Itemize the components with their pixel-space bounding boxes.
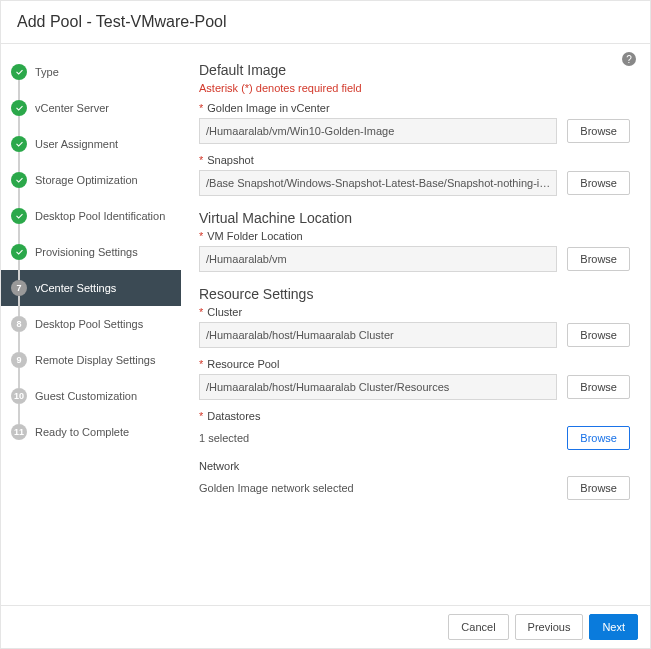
required-field-note: Asterisk (*) denotes required field [199, 82, 630, 94]
wizard-step-storage-optimization[interactable]: Storage Optimization [1, 162, 181, 198]
step-label: Provisioning Settings [35, 246, 138, 258]
step-connector [18, 188, 20, 208]
checkmark-icon [11, 208, 27, 224]
required-asterisk: * [199, 410, 203, 422]
section-title-resource-settings: Resource Settings [199, 286, 630, 302]
step-connector [18, 116, 20, 136]
checkmark-icon [11, 172, 27, 188]
step-label: Desktop Pool Settings [35, 318, 143, 330]
snapshot-browse-button[interactable]: Browse [567, 171, 630, 195]
network-label: Network [199, 460, 630, 472]
step-label: Type [35, 66, 59, 78]
field-resource-pool: *Resource Pool Browse [199, 358, 630, 400]
resource-pool-browse-button[interactable]: Browse [567, 375, 630, 399]
previous-button[interactable]: Previous [515, 614, 584, 640]
step-label: Guest Customization [35, 390, 137, 402]
step-connector [18, 80, 20, 100]
help-icon[interactable]: ? [622, 52, 636, 66]
field-golden-image: *Golden Image in vCenter Browse [199, 102, 630, 144]
dialog-footer: Cancel Previous Next [1, 605, 650, 648]
datastores-label: Datastores [207, 410, 260, 422]
wizard-step-provisioning-settings[interactable]: Provisioning Settings [1, 234, 181, 270]
main-container: TypevCenter ServerUser AssignmentStorage… [1, 44, 650, 601]
vm-folder-label: VM Folder Location [207, 230, 302, 242]
step-number: 10 [11, 388, 27, 404]
field-cluster: *Cluster Browse [199, 306, 630, 348]
step-connector [18, 152, 20, 172]
cluster-input[interactable] [199, 322, 557, 348]
step-label: Remote Display Settings [35, 354, 155, 366]
wizard-step-ready-to-complete[interactable]: 11Ready to Complete [1, 414, 181, 450]
step-number: 7 [11, 280, 27, 296]
checkmark-icon [11, 100, 27, 116]
network-browse-button[interactable]: Browse [567, 476, 630, 500]
wizard-step-guest-customization[interactable]: 10Guest Customization [1, 378, 181, 414]
step-label: Ready to Complete [35, 426, 129, 438]
field-network: Network Golden Image network selected Br… [199, 460, 630, 500]
step-connector [18, 224, 20, 244]
wizard-step-remote-display-settings[interactable]: 9Remote Display Settings [1, 342, 181, 378]
content-panel: ? Default Image Asterisk (*) denotes req… [181, 44, 650, 601]
step-number: 11 [11, 424, 27, 440]
step-label: vCenter Settings [35, 282, 116, 294]
checkmark-icon [11, 136, 27, 152]
step-label: vCenter Server [35, 102, 109, 114]
step-number: 9 [11, 352, 27, 368]
required-asterisk: * [199, 358, 203, 370]
resource-pool-label: Resource Pool [207, 358, 279, 370]
cluster-label: Cluster [207, 306, 242, 318]
datastores-browse-button[interactable]: Browse [567, 426, 630, 450]
cluster-browse-button[interactable]: Browse [567, 323, 630, 347]
golden-image-label: Golden Image in vCenter [207, 102, 329, 114]
resource-pool-input[interactable] [199, 374, 557, 400]
cancel-button[interactable]: Cancel [448, 614, 508, 640]
required-asterisk: * [199, 306, 203, 318]
wizard-step-user-assignment[interactable]: User Assignment [1, 126, 181, 162]
step-number: 8 [11, 316, 27, 332]
step-label: Desktop Pool Identification [35, 210, 165, 222]
wizard-steps-sidebar: TypevCenter ServerUser AssignmentStorage… [1, 44, 181, 601]
step-connector [18, 260, 20, 280]
step-connector [18, 296, 20, 316]
step-label: User Assignment [35, 138, 118, 150]
section-title-default-image: Default Image [199, 62, 630, 78]
field-snapshot: *Snapshot Browse [199, 154, 630, 196]
wizard-step-desktop-pool-identification[interactable]: Desktop Pool Identification [1, 198, 181, 234]
vm-folder-input[interactable] [199, 246, 557, 272]
required-asterisk: * [199, 230, 203, 242]
wizard-step-type[interactable]: Type [1, 54, 181, 90]
dialog-header: Add Pool - Test-VMware-Pool [1, 1, 650, 44]
checkmark-icon [11, 64, 27, 80]
wizard-step-vcenter-server[interactable]: vCenter Server [1, 90, 181, 126]
field-vm-folder: *VM Folder Location Browse [199, 230, 630, 272]
network-value: Golden Image network selected [199, 478, 557, 498]
step-connector [18, 368, 20, 388]
vm-folder-browse-button[interactable]: Browse [567, 247, 630, 271]
step-connector [18, 332, 20, 352]
snapshot-label: Snapshot [207, 154, 253, 166]
golden-image-input[interactable] [199, 118, 557, 144]
field-datastores: *Datastores 1 selected Browse [199, 410, 630, 450]
wizard-step-vcenter-settings[interactable]: 7vCenter Settings [1, 270, 181, 306]
wizard-step-desktop-pool-settings[interactable]: 8Desktop Pool Settings [1, 306, 181, 342]
step-connector [18, 404, 20, 424]
datastores-value: 1 selected [199, 428, 557, 448]
golden-image-browse-button[interactable]: Browse [567, 119, 630, 143]
checkmark-icon [11, 244, 27, 260]
next-button[interactable]: Next [589, 614, 638, 640]
required-asterisk: * [199, 102, 203, 114]
section-title-vm-location: Virtual Machine Location [199, 210, 630, 226]
step-label: Storage Optimization [35, 174, 138, 186]
required-asterisk: * [199, 154, 203, 166]
dialog-title: Add Pool - Test-VMware-Pool [17, 13, 634, 31]
snapshot-input[interactable] [199, 170, 557, 196]
